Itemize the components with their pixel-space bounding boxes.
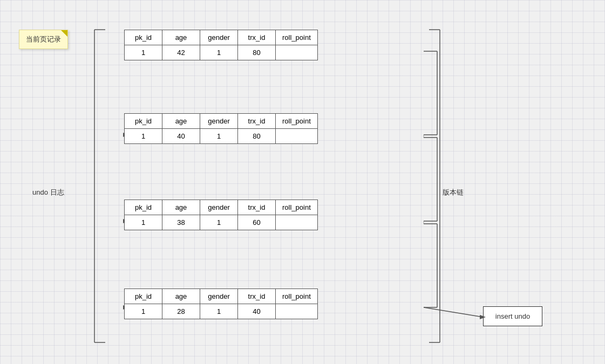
cell-pk_id: 1 (125, 129, 162, 144)
cell-trx_id: 40 (238, 304, 276, 319)
undo-log-label: undo 日志 (32, 188, 64, 197)
svg-line-18 (424, 307, 483, 317)
cell-pk_id: 1 (125, 304, 162, 319)
col-header-gender: gender (200, 114, 238, 129)
col-header-trx_id: trx_id (238, 200, 276, 215)
cell-age: 40 (162, 129, 200, 144)
col-header-roll_point: roll_point (276, 30, 318, 45)
cell-trx_id: 60 (238, 215, 276, 230)
col-header-trx_id: trx_id (238, 30, 276, 45)
cell-age: 42 (162, 45, 200, 60)
col-header-pk_id: pk_id (125, 200, 162, 215)
cell-pk_id: 1 (125, 215, 162, 230)
col-header-pk_id: pk_id (125, 114, 162, 129)
sticky-note: 当前页记录 (19, 30, 68, 49)
cell-gender: 1 (200, 129, 238, 144)
cell-gender: 1 (200, 45, 238, 60)
record-table-1: pk_idagegendertrx_idroll_point142180 (124, 30, 318, 60)
sticky-note-label: 当前页记录 (26, 35, 61, 43)
record-table-3: pk_idagegendertrx_idroll_point138160 (124, 200, 318, 230)
col-header-roll_point: roll_point (276, 289, 318, 304)
insert-undo-box: insert undo (483, 306, 542, 326)
cell-age: 38 (162, 215, 200, 230)
col-header-roll_point: roll_point (276, 200, 318, 215)
col-header-gender: gender (200, 30, 238, 45)
col-header-age: age (162, 200, 200, 215)
version-chain-label: 版本链 (443, 188, 464, 197)
col-header-pk_id: pk_id (125, 30, 162, 45)
col-header-gender: gender (200, 289, 238, 304)
col-header-pk_id: pk_id (125, 289, 162, 304)
record-table-2: pk_idagegendertrx_idroll_point140180 (124, 113, 318, 144)
cell-roll_point (276, 304, 318, 319)
col-header-trx_id: trx_id (238, 114, 276, 129)
cell-trx_id: 80 (238, 129, 276, 144)
col-header-gender: gender (200, 200, 238, 215)
cell-gender: 1 (200, 304, 238, 319)
cell-gender: 1 (200, 215, 238, 230)
insert-undo-label: insert undo (495, 312, 530, 320)
col-header-roll_point: roll_point (276, 114, 318, 129)
cell-roll_point (276, 45, 318, 60)
col-header-trx_id: trx_id (238, 289, 276, 304)
cell-age: 28 (162, 304, 200, 319)
cell-pk_id: 1 (125, 45, 162, 60)
cell-roll_point (276, 129, 318, 144)
cell-trx_id: 80 (238, 45, 276, 60)
col-header-age: age (162, 114, 200, 129)
col-header-age: age (162, 30, 200, 45)
col-header-age: age (162, 289, 200, 304)
cell-roll_point (276, 215, 318, 230)
record-table-4: pk_idagegendertrx_idroll_point128140 (124, 289, 318, 319)
